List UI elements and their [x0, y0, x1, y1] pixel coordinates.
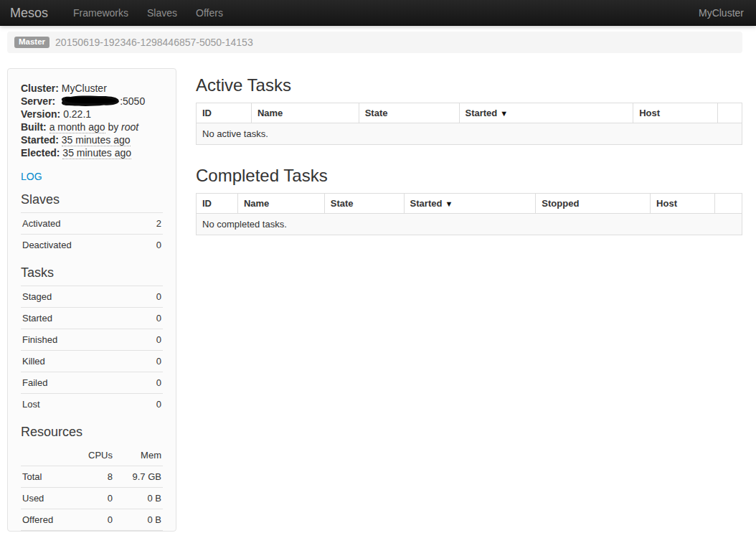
- cluster-label: Cluster:: [21, 82, 59, 94]
- table-row: Failed 0: [21, 372, 163, 394]
- server-address-redaction-mark: [58, 95, 120, 106]
- table-row: Lost 0: [21, 394, 163, 415]
- resources-total-mem: 9.7 GB: [114, 466, 163, 488]
- slaves-table: Activated 2 Deactivated 0: [21, 212, 163, 255]
- resources-mem-header: Mem: [114, 445, 163, 466]
- tasks-staged-value: 0: [138, 286, 163, 308]
- table-header-row: ID Name State Started▼ Stopped Host: [197, 194, 742, 214]
- resources-table: CPUs Mem Total 8 9.7 GB Used 0 0 B: [21, 445, 163, 532]
- tasks-failed-value: 0: [138, 372, 163, 394]
- built-label: Built:: [21, 121, 47, 133]
- elected-label: Elected:: [21, 147, 60, 159]
- table-header-row: ID Name State Started▼ Host: [197, 103, 742, 123]
- active-column-actions: [718, 103, 742, 123]
- resources-offered-cpus: 0: [72, 509, 114, 531]
- started-info-row: Started: 35 minutes ago: [21, 133, 163, 146]
- built-user: root: [121, 121, 138, 133]
- tasks-lost-label: Lost: [21, 394, 138, 415]
- resources-offered-mem: 0 B: [114, 509, 163, 531]
- master-badge: Master: [14, 37, 49, 49]
- sort-desc-icon: ▼: [445, 199, 453, 208]
- active-column-name[interactable]: Name: [251, 103, 359, 123]
- elected-info-row: Elected: 35 minutes ago: [21, 146, 163, 159]
- completed-column-started[interactable]: Started▼: [404, 194, 536, 214]
- tasks-failed-label: Failed: [21, 372, 138, 394]
- brand-link[interactable]: Mesos: [0, 0, 58, 26]
- tasks-staged-label: Staged: [21, 286, 138, 308]
- built-info-row: Built: a month ago by root: [21, 121, 163, 133]
- active-column-started[interactable]: Started▼: [459, 103, 633, 123]
- table-row: Total 8 9.7 GB: [21, 466, 163, 488]
- resources-section-title: Resources: [21, 424, 163, 440]
- resources-idle-cpus: 8: [72, 531, 114, 532]
- resources-total-label: Total: [21, 466, 72, 488]
- started-label: Started:: [21, 134, 59, 146]
- cluster-info-row: Cluster: MyCluster: [21, 82, 163, 95]
- navbar-menu: Frameworks Slaves Offers: [58, 0, 232, 26]
- sort-desc-icon: ▼: [500, 109, 508, 118]
- tasks-finished-label: Finished: [21, 329, 138, 351]
- table-row: Started 0: [21, 308, 163, 329]
- resources-used-cpus: 0: [72, 488, 114, 509]
- active-column-state[interactable]: State: [359, 103, 459, 123]
- tasks-stats-table: Staged 0 Started 0 Finished 0 Killed 0: [21, 286, 163, 415]
- tasks-section-title: Tasks: [21, 265, 163, 280]
- log-link[interactable]: LOG: [21, 171, 42, 182]
- tasks-started-value: 0: [138, 308, 163, 329]
- completed-tasks-empty-message: No completed tasks.: [197, 214, 742, 235]
- table-row: Used 0 0 B: [21, 488, 163, 509]
- tasks-started-label: Started: [21, 308, 138, 329]
- slaves-section-title: Slaves: [21, 192, 163, 207]
- resources-used-label: Used: [21, 488, 72, 509]
- completed-column-name[interactable]: Name: [237, 194, 324, 214]
- empty-row: No completed tasks.: [197, 214, 742, 235]
- server-info-row: Server: :5050: [21, 95, 163, 108]
- completed-tasks-title: Completed Tasks: [196, 166, 742, 186]
- elected-time: 35 minutes ago: [62, 147, 131, 159]
- slaves-deactivated-value: 0: [143, 235, 163, 256]
- table-row: Killed 0: [21, 351, 163, 372]
- resources-idle-label: Idle: [21, 531, 72, 532]
- completed-column-id[interactable]: ID: [197, 194, 238, 214]
- nav-item-frameworks[interactable]: Frameworks: [64, 0, 138, 26]
- master-id: 20150619-192346-1298446857-5050-14153: [55, 37, 253, 48]
- completed-column-actions: [715, 194, 742, 214]
- slaves-activated-value: 2: [143, 213, 163, 235]
- resources-total-cpus: 8: [72, 466, 114, 488]
- active-tasks-table: ID Name State Started▼ Host No active ta…: [196, 103, 742, 145]
- tasks-lost-value: 0: [138, 394, 163, 415]
- version-value: 0.22.1: [63, 108, 91, 120]
- table-row: Finished 0: [21, 329, 163, 351]
- active-column-id[interactable]: ID: [197, 103, 252, 123]
- nav-item-offers[interactable]: Offers: [186, 0, 232, 26]
- table-row: Idle 8 9.7 GB: [21, 531, 163, 532]
- slaves-activated-label: Activated: [21, 213, 143, 235]
- active-column-started-label: Started: [466, 108, 498, 118]
- breadcrumb: Master 20150619-192346-1298446857-5050-1…: [7, 32, 742, 53]
- empty-row: No active tasks.: [197, 123, 742, 145]
- active-column-host[interactable]: Host: [633, 103, 718, 123]
- nav-item-slaves[interactable]: Slaves: [138, 0, 186, 26]
- completed-column-host[interactable]: Host: [651, 194, 715, 214]
- completed-column-stopped[interactable]: Stopped: [536, 194, 651, 214]
- completed-tasks-table: ID Name State Started▼ Stopped Host No c…: [196, 193, 742, 235]
- version-label: Version:: [21, 108, 60, 120]
- server-label: Server:: [21, 95, 55, 107]
- table-row: Deactivated 0: [21, 235, 163, 256]
- resources-offered-label: Offered: [21, 509, 72, 531]
- sidebar-panel: Cluster: MyCluster Server: :5050 Version…: [7, 68, 176, 532]
- slaves-deactivated-label: Deactivated: [21, 235, 143, 256]
- resources-idle-mem: 9.7 GB: [114, 531, 163, 532]
- completed-column-state[interactable]: State: [324, 194, 404, 214]
- started-time: 35 minutes ago: [62, 134, 131, 146]
- cluster-value: MyCluster: [62, 82, 107, 94]
- navbar: Mesos Frameworks Slaves Offers MyCluster: [0, 0, 756, 26]
- resources-cpus-header: CPUs: [72, 445, 114, 466]
- version-info-row: Version: 0.22.1: [21, 108, 163, 121]
- table-row: CPUs Mem: [21, 445, 163, 466]
- tasks-finished-value: 0: [138, 329, 163, 351]
- resources-used-mem: 0 B: [114, 488, 163, 509]
- active-tasks-title: Active Tasks: [196, 75, 742, 95]
- tasks-killed-value: 0: [138, 351, 163, 372]
- table-row: Offered 0 0 B: [21, 509, 163, 531]
